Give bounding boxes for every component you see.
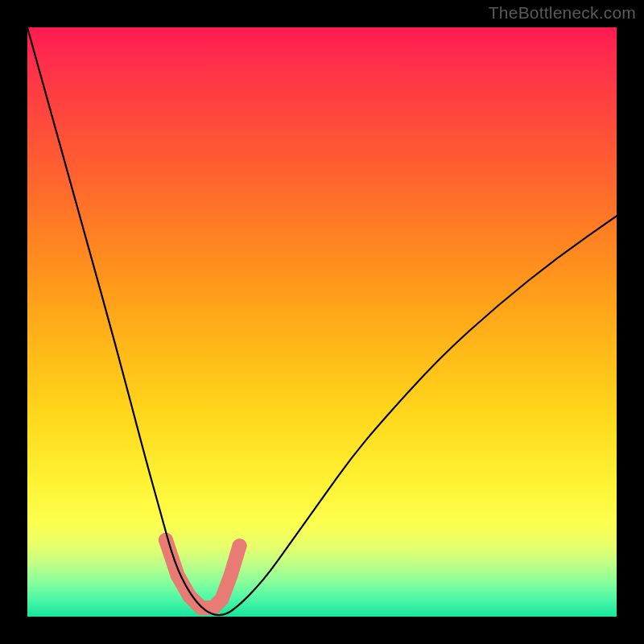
marker-group [159,533,246,615]
marker-dot [215,592,229,606]
marker-dot [224,568,238,583]
chart-frame: TheBottleneck.com [0,0,644,644]
watermark-text: TheBottleneck.com [489,3,636,23]
plot-area [27,27,617,617]
chart-svg [27,27,617,617]
bottleneck-curve [27,27,617,615]
marker-dot [233,539,247,553]
